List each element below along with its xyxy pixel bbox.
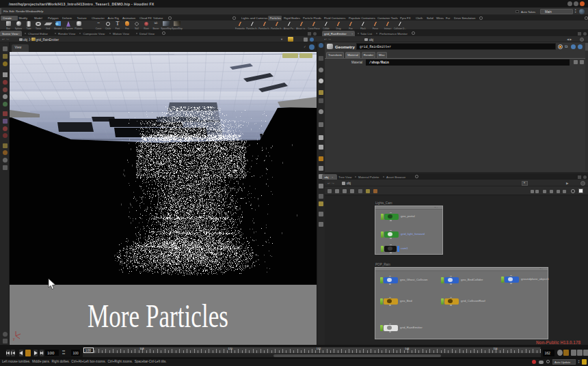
svg-text:y: y — [13, 337, 15, 341]
